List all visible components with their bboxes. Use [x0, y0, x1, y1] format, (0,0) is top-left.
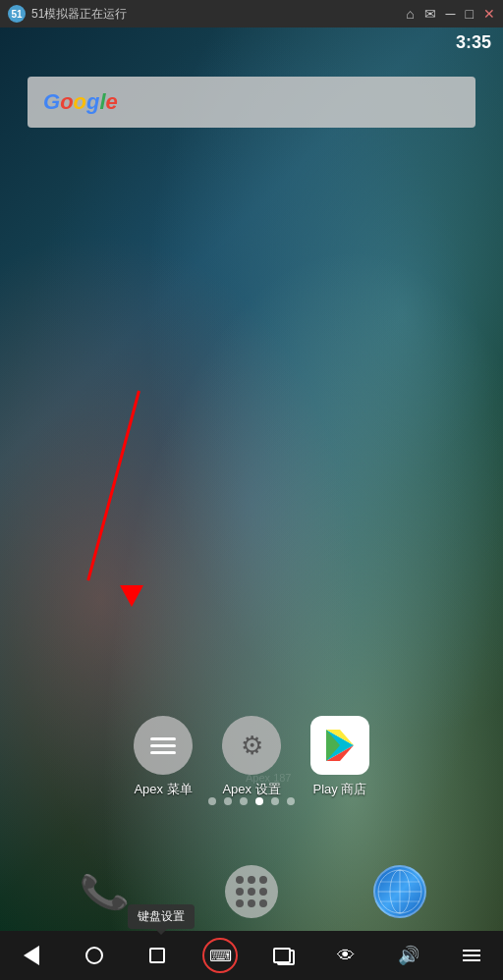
apex-menu-label: Apex 菜单 — [134, 781, 192, 798]
apex-settings-icon[interactable]: ⚙ Apex 设置 — [222, 716, 281, 798]
page-dot-3[interactable] — [240, 797, 248, 805]
titlebar-maximize-button[interactable]: □ — [466, 7, 474, 21]
app-icon: 51 — [8, 5, 26, 23]
nav-menu-button[interactable] — [454, 938, 489, 973]
back-icon — [24, 946, 39, 965]
keyboard-circle: ⌨ — [202, 938, 238, 973]
nav-overlap-button[interactable] — [265, 938, 301, 973]
nav-recent-button[interactable] — [140, 938, 175, 973]
google-searchbar[interactable]: Google — [28, 77, 475, 128]
emulator-screen: 3:35 Google Apex 菜单 ⚙ — [0, 27, 503, 980]
overlap-icon — [273, 948, 293, 963]
apex-settings-circle: ⚙ — [222, 716, 281, 775]
play-store-icon[interactable]: Play 商店 — [310, 716, 369, 798]
titlebar-home-icon[interactable]: ⌂ — [406, 7, 414, 21]
android-navbar: ⌨ 👁 🔊 — [0, 931, 503, 980]
all-apps-dock-icon[interactable] — [224, 864, 279, 919]
eye-icon: 👁 — [337, 946, 355, 966]
android-dock: 📞 — [0, 852, 503, 931]
google-logo: Google — [43, 89, 118, 115]
browser-dock-icon[interactable] — [372, 864, 427, 919]
app-icons-row: Apex 菜单 ⚙ Apex 设置 Play 商店 — [0, 716, 503, 798]
keyboard-tooltip: 键盘设置 — [128, 904, 195, 929]
apex-menu-circle — [134, 716, 193, 775]
status-time: 3:35 — [456, 32, 491, 53]
phone-icon: 📞 — [77, 866, 130, 916]
browser-globe — [373, 865, 426, 918]
android-wallpaper — [0, 27, 503, 980]
window-titlebar: 51 51模拟器正在运行 ⌂ ✉ ─ □ ✕ — [0, 0, 503, 27]
nav-keyboard-button[interactable]: ⌨ — [202, 938, 238, 973]
apps-grid-circle — [225, 865, 278, 918]
play-store-wrapper — [310, 716, 369, 775]
page-indicators — [0, 797, 503, 805]
page-dot-6[interactable] — [287, 797, 295, 805]
titlebar-mail-icon[interactable]: ✉ — [424, 7, 436, 21]
recent-icon — [149, 948, 165, 963]
keyboard-tooltip-text: 键盘设置 — [138, 909, 185, 923]
window-title: 51模拟器正在运行 — [31, 6, 127, 23]
app-icon-text: 51 — [11, 9, 22, 20]
play-store-label: Play 商店 — [313, 781, 367, 798]
page-dot-2[interactable] — [224, 797, 232, 805]
gear-icon: ⚙ — [241, 731, 263, 761]
sound-icon: 🔊 — [398, 945, 419, 966]
nav-eye-button[interactable]: 👁 — [328, 938, 363, 973]
play-store-svg — [322, 728, 358, 763]
page-dot-1[interactable] — [208, 797, 216, 805]
nav-home-button[interactable] — [77, 938, 112, 973]
nav-sound-button[interactable]: 🔊 — [391, 938, 426, 973]
titlebar-close-button[interactable]: ✕ — [483, 7, 495, 21]
page-dot-5[interactable] — [271, 797, 279, 805]
globe-svg — [375, 867, 424, 916]
nav-back-button[interactable] — [14, 938, 49, 973]
phone-dock-icon[interactable]: 📞 — [76, 864, 131, 919]
apps-grid-dots — [236, 876, 267, 907]
home-icon — [85, 947, 103, 964]
menu-lines-icon — [150, 737, 176, 754]
apex-settings-label: Apex 设置 — [222, 781, 280, 798]
android-statusbar: 3:35 — [0, 27, 503, 57]
titlebar-minimize-button[interactable]: ─ — [446, 7, 456, 21]
apex-menu-icon[interactable]: Apex 菜单 — [134, 716, 193, 798]
keyboard-icon: ⌨ — [209, 947, 232, 965]
hamburger-icon — [463, 950, 480, 961]
page-dot-4-active[interactable] — [255, 797, 263, 805]
window-controls: ⌂ ✉ ─ □ ✕ — [406, 7, 495, 21]
